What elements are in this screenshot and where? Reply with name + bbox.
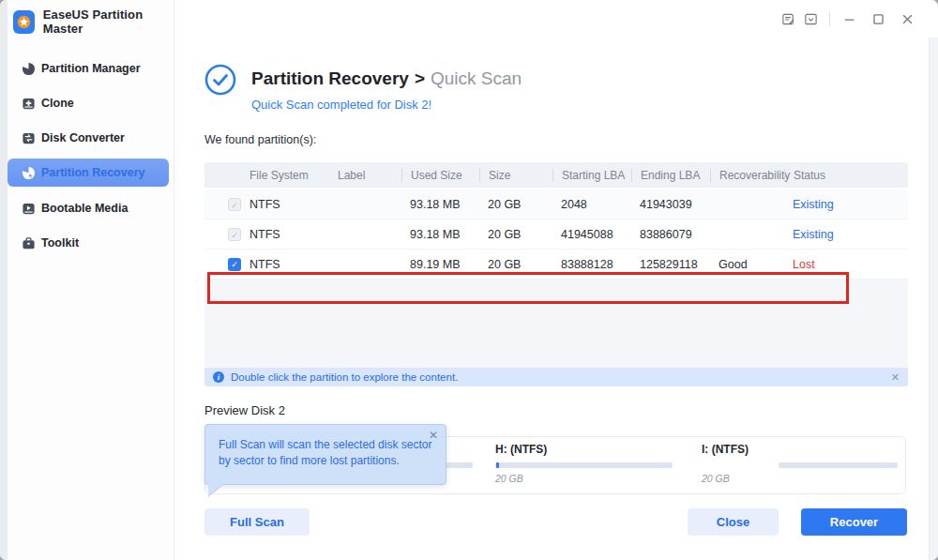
full-scan-button[interactable]: Full Scan xyxy=(204,508,310,536)
sidebar-item-label: Clone xyxy=(41,97,74,110)
cell-recoverability: Good xyxy=(719,258,793,271)
cell-file-system: NTFS xyxy=(250,228,338,241)
sidebar-item-partition-manager[interactable]: Partition Manager xyxy=(8,54,169,83)
clone-drive-icon xyxy=(21,96,36,111)
cell-starting-lba: 83888128 xyxy=(561,258,640,271)
recover-button[interactable]: Recover xyxy=(801,508,907,536)
page-title-secondary: Quick Scan xyxy=(431,68,522,88)
info-bar: i Double click the partition to explore … xyxy=(204,368,908,386)
info-bar-text: Double click the partition to explore th… xyxy=(231,371,885,383)
cell-size: 20 GB xyxy=(488,198,561,211)
dropdown-icon[interactable] xyxy=(799,8,822,29)
table-row[interactable]: ✓NTFS93.18 MB20 GB204841943039Existing xyxy=(204,189,908,219)
sidebar-item-label: Toolkit xyxy=(41,236,79,250)
preview-disk-title: Preview Disk 2 xyxy=(204,403,285,417)
close-icon[interactable] xyxy=(896,8,918,29)
table-row[interactable]: ✓NTFS93.18 MB20 GB4194508883886079Existi… xyxy=(204,219,908,250)
sidebar-item-label: Partition Manager xyxy=(41,62,141,75)
col-size: Size xyxy=(479,169,561,182)
cell-status: Lost xyxy=(793,258,908,271)
titlebar-actions xyxy=(777,8,918,29)
sidebar-item-label: Partition Recovery xyxy=(41,166,144,179)
col-ending-lba: Ending LBA xyxy=(631,169,719,182)
scrollbar[interactable] xyxy=(929,38,938,560)
page-title: Partition Recovery>Quick Scan xyxy=(251,68,522,89)
col-status: Status xyxy=(784,169,908,182)
found-partitions-label: We found partition(s): xyxy=(204,133,316,146)
cell-starting-lba: 41945088 xyxy=(561,228,640,241)
window-edge-strip xyxy=(0,0,8,560)
table-empty-area xyxy=(204,280,908,368)
sidebar-item-bootable-media[interactable]: Bootable Media xyxy=(8,194,169,222)
info-icon: i xyxy=(213,371,224,383)
sidebar-item-label: Bootable Media xyxy=(41,202,128,215)
partition-h-size: 20 GB xyxy=(495,473,523,484)
cell-ending-lba: 125829118 xyxy=(640,258,719,271)
row-checkbox[interactable]: ✓ xyxy=(228,228,241,241)
cell-used-size: 89.19 MB xyxy=(410,258,488,271)
pie-chart-icon xyxy=(21,61,36,76)
cell-file-system: NTFS xyxy=(250,198,338,211)
titlebar-separator xyxy=(829,11,830,26)
page-title-primary: Partition Recovery xyxy=(251,68,409,88)
maximize-icon[interactable] xyxy=(867,8,889,29)
col-file-system: File System xyxy=(250,169,338,182)
sidebar-item-toolkit[interactable]: Toolkit xyxy=(8,229,169,257)
table-row[interactable]: ✓NTFS89.19 MB20 GB83888128125829118GoodL… xyxy=(204,250,908,280)
cell-status: Existing xyxy=(793,198,908,211)
info-bar-close-icon[interactable]: ✕ xyxy=(891,371,900,384)
sidebar-item-partition-recovery[interactable]: Partition Recovery xyxy=(8,159,169,187)
sidebar-item-disk-converter[interactable]: Disk Converter xyxy=(8,124,169,152)
easeus-logo-icon xyxy=(13,10,35,34)
partition-h-label: H: (NTFS) xyxy=(495,443,547,456)
cell-size: 20 GB xyxy=(488,258,561,271)
col-label: Label xyxy=(338,169,410,182)
app-title: EaseUS Partition Master xyxy=(43,8,174,36)
partition-recovery-icon xyxy=(21,165,36,180)
used-space-tick xyxy=(496,462,499,468)
table-header: File System Label Used Size Size Startin… xyxy=(204,162,908,188)
app-window: EaseUS Partition Master Partition Manage… xyxy=(0,0,938,560)
col-used-size: Used Size xyxy=(401,169,488,182)
cell-used-size: 93.18 MB xyxy=(410,228,488,241)
page-title-separator: > xyxy=(415,68,425,88)
toolkit-icon xyxy=(21,235,36,250)
partition-h-bar[interactable] xyxy=(495,462,673,468)
row-checkbox[interactable]: ✓ xyxy=(228,198,241,211)
sidebar-item-clone[interactable]: Clone xyxy=(8,89,169,117)
cell-starting-lba: 2048 xyxy=(561,198,640,211)
note-icon[interactable] xyxy=(777,8,799,29)
sidebar-item-label: Disk Converter xyxy=(41,131,125,144)
success-check-icon xyxy=(204,64,236,99)
partition-i-label: I: (NTFS) xyxy=(702,443,749,456)
app-brand: EaseUS Partition Master xyxy=(13,8,174,36)
partition-i-size: 20 GB xyxy=(702,473,730,484)
col-starting-lba: Starting LBA xyxy=(552,169,640,182)
bootable-media-icon xyxy=(21,201,36,216)
cell-ending-lba: 41943039 xyxy=(640,198,719,211)
tooltip-text: Full Scan will scan the selected disk se… xyxy=(219,437,432,470)
cell-status: Existing xyxy=(793,228,908,241)
tooltip-tail xyxy=(208,483,224,496)
minimize-icon[interactable] xyxy=(838,8,860,29)
full-scan-tooltip: ✕ Full Scan will scan the selected disk … xyxy=(204,424,446,485)
col-recoverability: Recoverability xyxy=(710,169,793,182)
cell-size: 20 GB xyxy=(488,228,561,241)
sidebar: EaseUS Partition Master Partition Manage… xyxy=(8,0,174,560)
partition-i-bar[interactable] xyxy=(779,462,898,468)
partition-table: File System Label Used Size Size Startin… xyxy=(204,162,908,386)
row-checkbox[interactable]: ✓ xyxy=(228,258,241,271)
cell-used-size: 93.18 MB xyxy=(410,198,488,211)
cell-file-system: NTFS xyxy=(250,258,338,271)
close-button[interactable]: Close xyxy=(688,508,779,536)
disk-converter-icon xyxy=(21,130,36,145)
sidebar-divider xyxy=(174,0,174,560)
scan-status-text: Quick Scan completed for Disk 2! xyxy=(251,98,431,112)
partition-table-body: ✓NTFS93.18 MB20 GB204841943039Existing✓N… xyxy=(204,188,908,280)
cell-ending-lba: 83886079 xyxy=(640,228,719,241)
